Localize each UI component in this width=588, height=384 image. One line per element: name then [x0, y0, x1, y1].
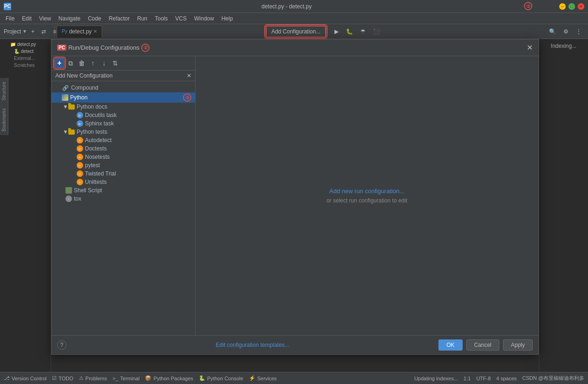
tree-item-nosetests[interactable]: ▶ Nosetests	[66, 153, 195, 161]
maximize-button[interactable]: □	[568, 3, 575, 10]
apply-button[interactable]: Apply	[503, 339, 533, 351]
close-dropdown-icon: ✕	[187, 72, 191, 79]
unittests-icon: ▶	[77, 179, 83, 185]
project-label: Project	[4, 28, 21, 35]
scratches[interactable]: Scratches	[8, 62, 51, 69]
bookmarks-tab[interactable]: Bookmarks	[0, 106, 7, 133]
settings-main-button[interactable]: ⚙	[561, 26, 571, 38]
python-docs-children: ▶ Docutils task ▶ Sphinx task	[59, 111, 195, 128]
status-right: Updating indexes... 1:1 UTF-8 4 spaces C…	[414, 375, 584, 382]
problems-status[interactable]: ⚠ Problems	[79, 375, 107, 381]
menu-view[interactable]: View	[35, 13, 55, 24]
shell-icon	[65, 187, 72, 194]
add-config-link[interactable]: Add new run configuration...	[329, 188, 405, 195]
project-sidebar: 📁 detect.py 🐍 detect External... Scratch…	[8, 39, 51, 372]
edit-templates-link[interactable]: Edit configuration templates...	[216, 342, 289, 348]
run-controls: ▶ 🐛 ☂ ⬛	[332, 26, 383, 38]
packages-status[interactable]: 📦 Python Packages	[145, 375, 193, 381]
sync-button[interactable]: ⇄	[39, 26, 49, 38]
dialog-title-bar: PC Run/Debug Configurations ② ✕	[52, 39, 538, 56]
tree-item-doctests[interactable]: ▶ Doctests	[66, 144, 195, 153]
menu-refactor[interactable]: Refactor	[105, 13, 133, 24]
new-file-button[interactable]: +	[28, 26, 37, 38]
sort-button[interactable]: ⇅	[110, 58, 120, 68]
run-button[interactable]: ▶	[332, 26, 341, 38]
tree-item-docutils[interactable]: ▶ Docutils task	[66, 111, 195, 119]
annotation-3: ③	[183, 93, 191, 102]
window-controls[interactable]: ─ □ ✕	[559, 3, 584, 10]
menu-help[interactable]: Help	[218, 13, 237, 24]
dialog-close-button[interactable]: ✕	[527, 43, 533, 52]
project-root[interactable]: 📁 detect.py	[8, 41, 51, 48]
add-configuration-button[interactable]: Add Configuration...	[266, 26, 326, 38]
status-left: ⎇ Version Control ☑ TODO ⚠ Problems >_ T…	[4, 375, 277, 381]
twisted-trial-icon: ▶	[77, 170, 83, 177]
search-button[interactable]: 🔍	[546, 26, 559, 38]
annotation-1: ①	[524, 2, 532, 10]
tree-item-python[interactable]: Python ③	[52, 92, 195, 103]
pytest-icon: ▶	[77, 162, 83, 169]
left-edge-panel: Structure Bookmarks	[0, 78, 8, 135]
dialog-right-panel: Add new run configuration... or select r…	[196, 56, 538, 335]
debug-button[interactable]: 🐛	[343, 26, 356, 38]
python-docs-group: ▼ Python docs ▶ Docutils task	[52, 103, 195, 128]
dialog-body: + ⧉ 🗑 ↑ ↓ ⇅ Add New Configuration ✕	[52, 56, 538, 335]
version-control-status[interactable]: ⎇ Version Control	[4, 375, 46, 381]
tree-item-tox[interactable]: t tox	[52, 195, 195, 203]
tree-item-compound[interactable]: 🔗 Compound	[52, 83, 195, 92]
python-tests-group: ▼ Python tests ▶ Autodetect	[52, 128, 195, 186]
cancel-button[interactable]: Cancel	[466, 339, 499, 351]
tree-item-sphinx[interactable]: ▶ Sphinx task	[66, 119, 195, 128]
more-button[interactable]: ⋮	[573, 26, 584, 38]
todo-status[interactable]: ☑ TODO	[52, 375, 73, 381]
tree-item-shell-script[interactable]: Shell Script	[52, 186, 195, 195]
coverage-button[interactable]: ☂	[358, 26, 368, 38]
tree-group-python-tests[interactable]: ▼ Python tests	[59, 128, 195, 136]
menu-file[interactable]: File	[2, 13, 18, 24]
menu-tools[interactable]: Tools	[151, 13, 171, 24]
python-icon	[62, 94, 68, 101]
menu-code[interactable]: Code	[84, 13, 105, 24]
help-button[interactable]: ?	[57, 340, 66, 350]
annotation-2: ②	[141, 44, 150, 52]
tree-item-pytest[interactable]: ▶ pytest	[66, 161, 195, 169]
services-status[interactable]: ⚡ Services	[249, 375, 277, 381]
tree-item-unittests[interactable]: ▶ Unittests	[66, 178, 195, 186]
terminal-status[interactable]: >_ Terminal	[112, 376, 139, 381]
project-src[interactable]: 🐍 detect	[8, 48, 51, 55]
select-config-hint: or select run configuration to edit	[327, 197, 407, 204]
close-button[interactable]: ✕	[578, 3, 584, 10]
menu-navigate[interactable]: Navigate	[55, 13, 84, 24]
ok-button[interactable]: OK	[438, 339, 462, 351]
menu-run[interactable]: Run	[133, 13, 151, 24]
move-up-button[interactable]: ↑	[88, 58, 98, 68]
file-tab[interactable]: Py detect.py ✕	[57, 26, 102, 38]
external-libs[interactable]: External...	[8, 55, 51, 62]
copy-button[interactable]: ⧉	[65, 58, 76, 68]
minimize-button[interactable]: ─	[559, 3, 566, 10]
python-console-status[interactable]: 🐍 Python Console	[199, 375, 243, 381]
nosetests-icon: ▶	[77, 154, 83, 160]
folder-icon-python-tests	[68, 130, 75, 135]
tab-close-icon[interactable]: ✕	[93, 26, 97, 37]
tree-group-python-docs[interactable]: ▼ Python docs	[59, 103, 195, 111]
docutils-icon: ▶	[77, 112, 83, 118]
user-label: CSDN @布里椒椒迪布利多	[523, 375, 584, 382]
menu-window[interactable]: Window	[190, 13, 218, 24]
tox-icon: t	[65, 195, 72, 202]
menu-edit[interactable]: Edit	[18, 13, 35, 24]
move-down-button[interactable]: ↓	[99, 58, 109, 68]
delete-button[interactable]: 🗑	[77, 58, 87, 68]
dialog-left-panel: + ⧉ 🗑 ↑ ↓ ⇅ Add New Configuration ✕	[52, 56, 196, 335]
title-bar: PC detect.py - detect.py ─ □ ✕	[0, 0, 588, 13]
dialog-footer: ? Edit configuration templates... OK Can…	[52, 335, 538, 354]
add-new-config-button[interactable]: +	[54, 58, 65, 68]
stop-button[interactable]: ⬛	[370, 26, 383, 38]
structure-tab[interactable]: Structure	[0, 80, 7, 103]
python-tests-children: ▶ Autodetect ▶ Doctests ▶	[59, 136, 195, 186]
tree-item-autodetect[interactable]: ▶ Autodetect	[66, 136, 195, 144]
tree-item-twisted-trial[interactable]: ▶ Twisted Trial	[66, 169, 195, 178]
menu-vcs[interactable]: VCS	[171, 13, 190, 24]
sphinx-icon: ▶	[77, 120, 83, 127]
toolbar: Project ▼ + ⇄ ≡ ⚙ — Py detect.py ✕ Add C…	[0, 24, 588, 39]
